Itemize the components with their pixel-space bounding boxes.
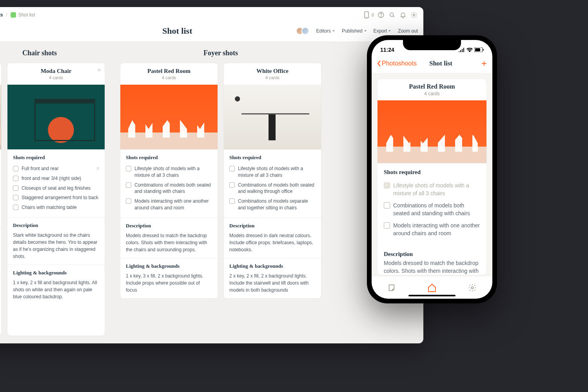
editors-dropdown[interactable]: Editors xyxy=(316,28,335,34)
gear-icon xyxy=(468,283,477,292)
svg-point-6 xyxy=(413,14,415,16)
tab-notes[interactable] xyxy=(387,283,396,292)
status-dot-icon xyxy=(11,12,16,18)
search-icon[interactable] xyxy=(388,11,396,19)
item-more-icon[interactable]: ≡ xyxy=(96,165,99,172)
phone-card-subtitle: 4 cards xyxy=(381,91,483,96)
block-heading: Lighting & backgrounds xyxy=(229,263,316,269)
home-indicator[interactable] xyxy=(408,295,456,296)
block-heading: Shots required xyxy=(384,169,480,176)
column-title[interactable]: White Office xyxy=(229,68,316,74)
board: Chair shots Crown Chair4 cards Shots req… xyxy=(0,42,423,339)
description-block: Description Models dressed to match the … xyxy=(120,218,218,258)
phone-scroll[interactable]: Pastel Red Room 4 cards Shots required L… xyxy=(372,73,492,276)
chevron-left-icon xyxy=(377,60,381,67)
checklist-item[interactable]: Closeups of seat and leg finishes xyxy=(13,183,99,193)
description-text: Models dressed to match the backdrop col… xyxy=(126,232,212,253)
avatar xyxy=(301,27,309,35)
description-block: Description Compositions that show off t… xyxy=(0,227,1,275)
signal-icon xyxy=(459,48,465,52)
description-block: Description Models dressed in dark neutr… xyxy=(224,218,321,258)
device-badge[interactable]: 0 xyxy=(363,11,374,19)
title-row: Shot list Editors Published Export Zoom … xyxy=(0,23,423,42)
column-menu-icon[interactable]: ≡ xyxy=(98,67,101,73)
checklist-item[interactable]: Combinations of models both seated and w… xyxy=(229,180,316,197)
checklist-item[interactable]: Lifestyle shots of models with a mixture… xyxy=(384,180,480,200)
board-column: Moda Chair 4 cards ≡ Shots required Full… xyxy=(7,63,105,336)
svg-rect-9 xyxy=(483,49,484,51)
checkbox-icon[interactable] xyxy=(13,195,18,200)
page-title: Shot list xyxy=(0,26,298,36)
lighting-text: 1 x key, 2 x fill and background lights.… xyxy=(13,279,99,300)
checkbox-icon[interactable] xyxy=(229,182,235,188)
checklist-item[interactable]: Models interacting with one another arou… xyxy=(126,196,212,213)
column-subtitle: 4 cards xyxy=(12,75,100,80)
checkbox-icon[interactable] xyxy=(126,182,131,188)
checklist-item[interactable]: Full front and rear≡ xyxy=(13,164,99,174)
checkbox-icon[interactable] xyxy=(126,166,131,171)
battery-icon xyxy=(474,47,484,52)
checkbox-icon[interactable] xyxy=(13,185,18,191)
column-hero-image xyxy=(224,85,321,149)
wifi-icon xyxy=(466,48,473,52)
statusbar-time: 11:24 xyxy=(380,47,394,53)
bell-icon[interactable] xyxy=(399,11,407,19)
checkbox-icon[interactable] xyxy=(229,166,235,171)
tab-settings[interactable] xyxy=(468,283,477,292)
checklist-item[interactable]: Chairs with matching table xyxy=(13,203,99,212)
checklist-item[interactable]: Combinations of models both seated and s… xyxy=(384,200,480,220)
shots-block: Shots required Full front and rear front… xyxy=(0,149,1,227)
checkbox-icon[interactable] xyxy=(13,176,18,181)
block-heading: Lighting & backgrounds xyxy=(13,270,99,276)
description-text: Stark white background so the chairs det… xyxy=(13,232,99,260)
checkbox-icon[interactable] xyxy=(13,166,18,171)
block-heading: Description xyxy=(126,223,212,229)
shots-block: Shots required Lifestyle shots of models… xyxy=(120,149,218,218)
lighting-block: Lighting & backgrounds 1 x key, 2 x fill… xyxy=(0,275,1,336)
zoom-button[interactable]: Zoom out xyxy=(398,28,418,34)
breadcrumb-current-label: Shot list xyxy=(18,12,35,18)
checklist-item[interactable]: Staggered arrangement front to back xyxy=(13,193,99,203)
checklist-item[interactable]: Models interacting with one another arou… xyxy=(384,220,480,240)
published-dropdown[interactable]: Published xyxy=(342,28,367,34)
description-block: Description Stark white background so th… xyxy=(7,217,105,265)
breadcrumb: Photoshoots / Shot list 0 xyxy=(0,7,423,23)
avatars[interactable] xyxy=(298,27,309,35)
export-dropdown[interactable]: Export xyxy=(374,28,391,34)
gear-icon[interactable] xyxy=(410,11,418,19)
board-column: Crown Chair4 cards Shots required Full f… xyxy=(0,63,2,336)
checkbox-icon[interactable] xyxy=(126,198,131,204)
home-icon xyxy=(427,283,437,292)
block-heading: Shots required xyxy=(126,154,212,161)
checkbox-icon[interactable] xyxy=(384,202,390,209)
checkbox-icon[interactable] xyxy=(229,198,235,204)
checklist-item[interactable]: Lifestyle shots of models with a mixture… xyxy=(229,164,316,180)
shots-block: Shots required Lifestyle shots of models… xyxy=(224,149,321,218)
column-title[interactable]: Pastel Red Room xyxy=(125,68,213,74)
block-heading: Shots required xyxy=(13,154,99,161)
svg-point-4 xyxy=(390,13,394,16)
checklist-item[interactable]: Combinations of models separate and toge… xyxy=(229,196,316,213)
add-button[interactable]: + xyxy=(481,58,487,69)
device-count: 0 xyxy=(372,13,374,17)
breadcrumb-parent[interactable]: Photoshoots xyxy=(0,12,3,18)
lighting-block: Lighting & backgrounds 1 x key, 2 x fill… xyxy=(7,265,105,305)
checkbox-icon[interactable] xyxy=(13,205,18,210)
svg-point-10 xyxy=(471,287,474,289)
shots-block: Shots required Full front and rear≡ fron… xyxy=(7,149,105,217)
checkbox-icon[interactable] xyxy=(384,182,390,189)
checklist-item[interactable]: Lifestyle shots of models with a mixture… xyxy=(126,164,212,180)
checkbox-icon[interactable] xyxy=(384,222,390,229)
checklist-item[interactable]: Combinations of models both seated and s… xyxy=(126,180,212,197)
block-heading: Shots required xyxy=(229,154,316,161)
description-text: Models dressed to match the backdrop col… xyxy=(377,259,486,275)
breadcrumb-current[interactable]: Shot list xyxy=(11,12,35,18)
tab-home[interactable] xyxy=(427,283,437,292)
top-bar: Photoshoots / Shot list 0 xyxy=(0,7,423,42)
phone-frame: 11:24 Photoshoots Shot list + Pastel Red… xyxy=(367,35,497,303)
help-icon[interactable] xyxy=(377,11,385,19)
checklist-item[interactable]: front and rear 3/4 (right side) xyxy=(13,174,99,183)
phone-nav: Photoshoots Shot list + xyxy=(372,56,492,73)
block-heading: Lighting & backgrounds xyxy=(126,263,212,269)
column-title[interactable]: Moda Chair xyxy=(12,68,100,74)
